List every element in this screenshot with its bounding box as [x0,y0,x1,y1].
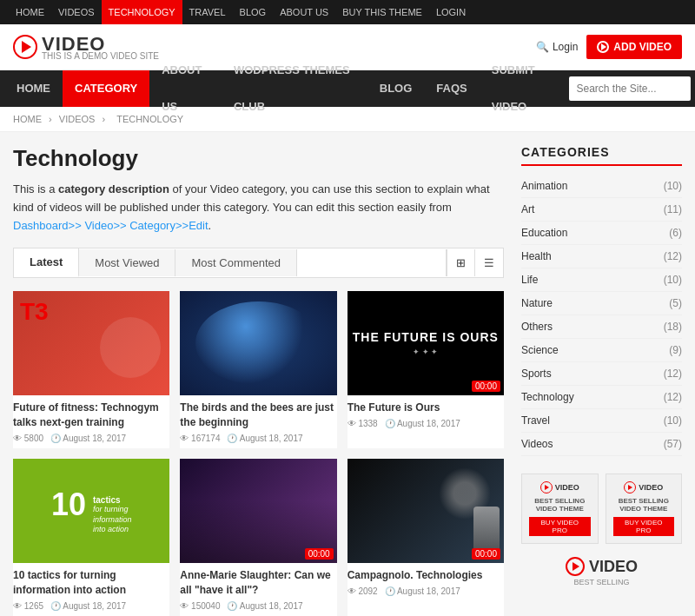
cat-count: (57) [664,438,682,450]
nav-bar: HOME CATEGORY ABOUT US WODPRESS THEMES C… [0,70,695,107]
video-info: The Future is Ours 👁 1338 🕐 August 18, 2… [348,395,504,434]
cat-others[interactable]: Others(18) [521,315,682,339]
cat-life[interactable]: Life(10) [521,268,682,292]
breadcrumb-current: TECHNOLOGY [116,114,183,124]
video-meta: 👁 167174 🕐 August 18, 2017 [180,434,336,443]
view-count: 👁 2092 [348,586,378,596]
video-info: Anne-Marie Slaughter: Can we all "have i… [180,563,336,616]
video-title: The Future is Ours [348,401,504,415]
view-count: 👁 1265 [13,601,43,611]
video-card[interactable]: 00:00 Campagnolo. Technologies 👁 2092 🕐 … [348,459,504,616]
tab-latest[interactable]: Latest [14,248,79,277]
logo[interactable]: VIDEO THIS IS A DEMO VIDEO SITE [13,33,159,61]
breadcrumb-sep2: › [102,114,108,124]
tab-most-commented[interactable]: Most Commented [175,249,297,276]
video-card[interactable]: 00:00 Anne-Marie Slaughter: Can we all "… [180,459,336,616]
topbar-travel[interactable]: TRAVEL [182,0,233,24]
nav-blog[interactable]: BLOG [367,70,425,107]
topbar-home[interactable]: HOME [9,0,51,24]
tab-most-viewed[interactable]: Most Viewed [79,249,175,276]
nav-category[interactable]: CATEGORY [63,70,149,107]
video-card[interactable]: T3 Future of fitness: Technogym talks ne… [13,291,169,448]
duration-badge: 00:00 [472,548,500,560]
video-card[interactable]: The birds and the bees are just the begi… [180,291,336,448]
view-count: 👁 167174 [180,434,220,443]
grid-view-button[interactable]: ⊞ [447,249,474,276]
view-count: 👁 150040 [180,601,220,611]
cat-count: (9) [669,344,682,356]
cat-travel[interactable]: Travel(10) [521,409,682,433]
cat-videos[interactable]: Videos(57) [521,433,682,456]
video-thumbnail [180,291,336,395]
ad-box-1: VIDEO BEST SELLINGVIDEO THEME BUY VIDEO … [521,474,599,544]
breadcrumb-videos[interactable]: VIDEOS [59,114,96,124]
nav-faqs[interactable]: FAQS [424,70,479,107]
cat-art[interactable]: Art(11) [521,198,682,222]
video-card[interactable]: 10 tactics for turninginformationinto ac… [13,459,169,616]
publish-date: 🕐 August 18, 2017 [50,434,126,443]
cat-sports[interactable]: Sports(12) [521,362,682,386]
logo-sub: THIS IS A DEMO VIDEO SITE [42,51,159,61]
cat-nature[interactable]: Nature(5) [521,292,682,315]
topbar-login[interactable]: LOGIN [429,0,473,24]
video-meta: 👁 1265 🕐 August 18, 2017 [13,601,169,611]
view-count: 👁 1338 [348,419,378,428]
cat-count: (10) [664,414,682,427]
video-info: 10 tactics for turning information into … [13,563,169,616]
video-info: The birds and the bees are just the begi… [180,395,336,448]
ad-logo-text: VIDEO [639,483,663,492]
cat-name: Others [521,321,553,333]
topbar-technology[interactable]: TECHNOLOGY [102,0,182,24]
nav-home[interactable]: HOME [4,70,63,107]
list-view-button[interactable]: ☰ [474,249,503,276]
video-thumbnail: 10 tactics for turninginformationinto ac… [13,459,169,563]
ad-logo-icon [624,481,636,493]
topbar-videos[interactable]: VIDEOS [51,0,102,24]
breadcrumb-home[interactable]: HOME [13,114,42,124]
ad-logo-icon [540,481,553,493]
search-input[interactable] [569,79,691,98]
cat-health[interactable]: Health(12) [521,245,682,268]
bottom-logo: VIDEO BEST SELLING [521,557,682,586]
video-thumbnail: THE FUTURE IS OURS ✦ ✦ ✦ 00:00 [348,291,504,395]
video-card[interactable]: THE FUTURE IS OURS ✦ ✦ ✦ 00:00 The Futur… [348,291,504,448]
cat-technology[interactable]: Technology(12) [521,386,682,409]
video-info: Campagnolo. Technologies 👁 2092 🕐 August… [348,563,504,601]
cat-name: Life [521,274,538,286]
bottom-logo-sub: BEST SELLING [521,578,682,586]
video-title: The birds and the bees are just the begi… [180,401,336,430]
topbar-about[interactable]: ABOUT US [273,0,335,24]
publish-date: 🕐 August 18, 2017 [385,586,460,596]
logo-icon [13,35,37,59]
cat-education[interactable]: Education(6) [521,222,682,245]
buy-button[interactable]: BUY VIDEO PRO [613,517,675,536]
buy-button[interactable]: BUY VIDEO PRO [529,517,591,536]
desc-link[interactable]: Dashboard>> Video>> Category>>Edit [13,219,208,232]
cat-name: Travel [521,414,550,427]
add-video-button[interactable]: ADD VIDEO [586,35,682,59]
nav-themes[interactable]: WODPRESS THEMES CLUB [222,52,367,125]
category-description: This is a category description of your V… [13,181,504,235]
add-video-label: ADD VIDEO [613,41,672,53]
login-button[interactable]: 🔍 Login [536,41,578,53]
cat-count: (12) [664,368,682,380]
login-label: Login [553,41,578,53]
cat-science[interactable]: Science(9) [521,339,682,362]
cat-name: Videos [521,438,553,450]
video-meta: 👁 150040 🕐 August 18, 2017 [180,601,336,611]
nav-submit[interactable]: SUBMIT VIDEO [480,52,570,125]
topbar-buy[interactable]: BUY THIS THEME [335,0,429,24]
categories-title: CATEGORIES [521,145,682,166]
ad-section: VIDEO BEST SELLINGVIDEO THEME BUY VIDEO … [521,474,682,544]
ad-label: BEST SELLINGVIDEO THEME [613,497,675,513]
video-thumbnail: 00:00 [348,459,504,563]
duration-badge: 00:00 [472,381,500,392]
video-thumbnail: 00:00 [180,459,336,563]
sidebar: CATEGORIES Animation(10) Art(11) Educati… [521,145,682,616]
cat-animation[interactable]: Animation(10) [521,175,682,198]
publish-date: 🕐 August 18, 2017 [227,434,302,443]
bottom-play-icon [573,562,579,571]
topbar-blog[interactable]: BLOG [233,0,274,24]
tabs-bar: Latest Most Viewed Most Commented ⊞ ☰ [13,248,504,278]
search-icon: 🔍 [536,41,549,53]
